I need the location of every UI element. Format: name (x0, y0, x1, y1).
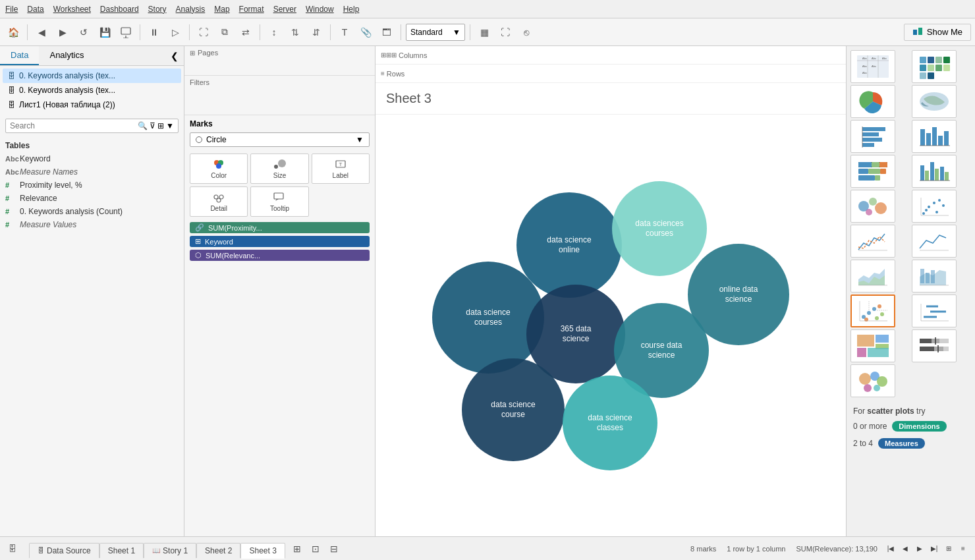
menu-worksheet[interactable]: Worksheet (53, 5, 91, 14)
chart-area[interactable] (850, 260, 895, 293)
forward-btn[interactable]: ▶ (53, 23, 72, 42)
chart-stacked-bar-horiz[interactable] (850, 155, 895, 188)
marks-field-keyword[interactable]: ⊞ Keyword (190, 236, 370, 247)
standard-dropdown[interactable]: Standard ▼ (406, 24, 465, 41)
tab-story1[interactable]: 📖 Story 1 (144, 543, 196, 558)
chart-treemap[interactable] (850, 329, 895, 362)
menu-server[interactable]: Server (273, 5, 296, 14)
sort-asc-btn[interactable]: ↕ (265, 23, 283, 42)
back-btn[interactable]: ◀ (32, 23, 51, 42)
new-datasource-btn[interactable] (117, 23, 135, 42)
menu-map[interactable]: Map (214, 5, 229, 14)
duplicate-sheet-btn[interactable]: ⊟ (325, 540, 343, 558)
chart-line[interactable] (850, 225, 895, 258)
svg-point-8 (274, 165, 278, 169)
refresh-btn[interactable]: ↺ (74, 23, 93, 42)
marks-field-relevance[interactable]: ⬡ SUM(Relevanc... (190, 250, 370, 261)
marks-color-btn[interactable]: Color (190, 154, 248, 184)
chart-bar-vert-2[interactable] (912, 155, 957, 188)
chart-line-2[interactable] (912, 225, 957, 258)
field-keyword[interactable]: Abc Keyword (0, 152, 184, 165)
svg-rect-0 (121, 28, 130, 34)
tab-analytics[interactable]: Analytics (39, 46, 94, 65)
search-icon[interactable]: 🔍 (138, 121, 148, 130)
tab-data-source[interactable]: 🗄 Data Source (29, 543, 99, 558)
tab-sheet3[interactable]: Sheet 3 (240, 543, 285, 559)
sort-clear-btn[interactable]: ⇵ (307, 23, 325, 42)
panel-close-btn[interactable]: ❮ (165, 48, 184, 64)
chart-circles[interactable] (850, 190, 895, 223)
tab-data[interactable]: Data (0, 46, 39, 65)
marks-size-btn[interactable]: Size (250, 154, 308, 184)
run-btn[interactable]: ▷ (166, 23, 184, 42)
nav-next[interactable]: ▶ (913, 542, 926, 555)
nav-last[interactable]: ▶| (928, 542, 941, 555)
chart-area-2[interactable] (912, 260, 957, 293)
nav-prev[interactable]: ◀ (899, 542, 912, 555)
fullscreen-btn[interactable]: ⛶ (496, 23, 515, 42)
share-btn[interactable]: ⎋ (517, 23, 536, 42)
sort-desc-btn[interactable]: ⇅ (286, 23, 304, 42)
chart-map-filled[interactable] (912, 85, 957, 118)
save-btn[interactable]: 💾 (96, 23, 114, 42)
marks-tooltip-btn[interactable]: Tooltip (250, 186, 308, 217)
marks-label-btn[interactable]: T Label (312, 154, 370, 184)
menu-analysis[interactable]: Analysis (176, 5, 206, 14)
menu-window[interactable]: Window (306, 5, 334, 14)
datasource-item-2[interactable]: 🗄 Лист1 (Новая таблица (2)) (3, 98, 181, 112)
chart-bar-horiz[interactable] (850, 120, 895, 153)
view-icon[interactable]: ⊞ (157, 121, 164, 130)
home-btn[interactable]: 🏠 (4, 23, 22, 42)
tab-sheet1[interactable]: Sheet 1 (99, 543, 144, 558)
add-sheet-btn[interactable]: 🗄 (5, 542, 20, 556)
pause-btn[interactable]: ⏸ (145, 23, 163, 42)
fixed-btn[interactable]: ▦ (475, 23, 493, 42)
marks-type-selector[interactable]: Circle ▼ (190, 132, 370, 147)
field-measure-values[interactable]: # Measure Values (0, 218, 184, 231)
nav-list[interactable]: ≡ (957, 542, 970, 555)
svg-text:Abc: Abc (872, 57, 876, 60)
tooltip-btn[interactable]: 🗔 (377, 23, 396, 42)
chart-gantt[interactable] (912, 294, 957, 327)
marks-panel: Marks Circle ▼ Color (184, 115, 375, 536)
annotation-btn[interactable]: 📎 (356, 23, 375, 42)
chart-heat-map[interactable] (912, 50, 957, 83)
chart-bullet[interactable] (912, 329, 957, 362)
chart-scatter-active[interactable] (850, 294, 895, 327)
menu-story[interactable]: Story (148, 5, 167, 14)
field-proximity[interactable]: # Proximity level, % (0, 179, 184, 192)
pages-label: ⊞ Pages (190, 49, 370, 57)
show-me-button[interactable]: Show Me (904, 24, 971, 41)
chart-scatter-dots[interactable] (912, 190, 957, 223)
chart-packed-bubble[interactable] (850, 364, 895, 397)
fields-list: Abc Keyword Abc Measure Names # Proximit… (0, 152, 184, 231)
menu-format[interactable]: Format (239, 5, 264, 14)
dropdown-icon[interactable]: ▼ (166, 121, 174, 130)
field-measure-names[interactable]: Abc Measure Names (0, 165, 184, 179)
chart-pie[interactable] (850, 85, 895, 118)
nav-first[interactable]: |◀ (884, 542, 897, 555)
duplicate-btn[interactable]: ⧉ (215, 23, 234, 42)
add-sheet-plus-btn[interactable]: ⊞ (288, 540, 306, 558)
field-count[interactable]: # 0. Keywords analysis (Count) (0, 205, 184, 218)
chart-text-table[interactable]: Abc Abc Abc Abc Abc Abc (850, 50, 895, 83)
menu-dashboard[interactable]: Dashboard (100, 5, 139, 14)
nav-grid[interactable]: ⊞ (942, 542, 955, 555)
filter-icon[interactable]: ⊽ (150, 121, 155, 130)
menu-file[interactable]: File (5, 5, 18, 14)
field-relevance[interactable]: # Relevance (0, 192, 184, 205)
menu-help[interactable]: Help (343, 5, 360, 14)
marks-field-proximity[interactable]: 🔗 SUM(Proximity... (190, 222, 370, 233)
chart-bar-vert[interactable] (912, 120, 957, 153)
tab-sheet2[interactable]: Sheet 2 (196, 543, 240, 558)
fit-btn[interactable]: ⛶ (194, 23, 213, 42)
menu-data[interactable]: Data (27, 5, 43, 14)
marks-detail-btn[interactable]: Detail (190, 186, 248, 217)
label-btn[interactable]: T (335, 23, 354, 42)
search-input[interactable] (10, 121, 135, 130)
svg-rect-71 (868, 169, 880, 174)
swap-btn[interactable]: ⇄ (237, 23, 255, 42)
datasource-item-1[interactable]: 🗄 0. Keywords analysis (tex... (3, 83, 181, 98)
datasource-item-0[interactable]: 🗄 0. Keywords analysis (tex... (3, 69, 181, 83)
presentation-btn[interactable]: ⊡ (306, 540, 325, 558)
